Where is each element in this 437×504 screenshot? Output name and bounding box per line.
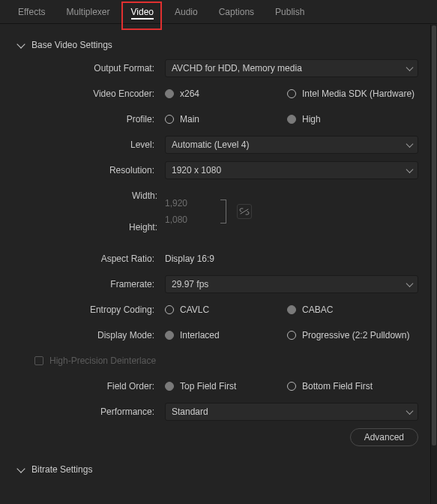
radio-icon bbox=[165, 115, 174, 124]
radio-icon bbox=[287, 115, 296, 124]
radio-icon bbox=[287, 89, 296, 98]
vertical-scrollbar[interactable] bbox=[431, 25, 437, 504]
tab-bar: Effects Multiplexer Video Audio Captions… bbox=[0, 0, 437, 24]
radio-entropy-cabac[interactable]: CABAC bbox=[287, 304, 333, 315]
scrollbar-thumb[interactable] bbox=[432, 26, 436, 446]
tab-publish[interactable]: Publish bbox=[265, 0, 315, 24]
radio-label: Interlaced bbox=[180, 330, 220, 340]
radio-label: Main bbox=[180, 114, 199, 124]
label-profile: Profile: bbox=[12, 114, 165, 124]
label-aspect-ratio: Aspect Ratio: bbox=[12, 254, 165, 264]
tab-multiplexer[interactable]: Multiplexer bbox=[55, 0, 120, 24]
select-value: AVCHD for HDD, Memory media bbox=[172, 63, 302, 74]
radio-field-bottom[interactable]: Bottom Field First bbox=[287, 381, 373, 392]
tab-effects[interactable]: Effects bbox=[7, 0, 55, 24]
label-level: Level: bbox=[12, 140, 165, 150]
radio-profile-main[interactable]: Main bbox=[165, 114, 281, 124]
tab-captions[interactable]: Captions bbox=[208, 0, 265, 24]
select-value: Automatic (Level 4) bbox=[172, 140, 249, 150]
label-resolution: Resolution: bbox=[12, 165, 165, 176]
radio-icon bbox=[165, 331, 174, 340]
radio-encoder-x264[interactable]: x264 bbox=[165, 88, 281, 99]
label-deinterlace: High-Precision Deinterlace bbox=[49, 356, 156, 366]
label-display-mode: Display Mode: bbox=[12, 330, 165, 340]
select-value: 29.97 fps bbox=[172, 279, 208, 290]
radio-label: x264 bbox=[180, 88, 199, 99]
chevron-down-icon bbox=[16, 40, 25, 48]
link-bracket-icon bbox=[220, 200, 226, 224]
link-dimensions-icon[interactable] bbox=[237, 204, 252, 219]
aspect-ratio-value: Display 16:9 bbox=[165, 254, 214, 264]
select-resolution[interactable]: 1920 x 1080 bbox=[165, 161, 418, 179]
radio-label: High bbox=[302, 114, 321, 124]
radio-label: Progressive (2:2 Pulldown) bbox=[302, 330, 409, 340]
radio-icon bbox=[165, 382, 174, 391]
label-output-format: Output Format: bbox=[12, 63, 165, 74]
advanced-button[interactable]: Advanced bbox=[350, 428, 418, 446]
section-title: Base Video Settings bbox=[31, 40, 112, 50]
radio-encoder-intel[interactable]: Intel Media SDK (Hardware) bbox=[287, 88, 415, 99]
radio-icon bbox=[287, 305, 296, 314]
tab-audio[interactable]: Audio bbox=[164, 0, 208, 24]
radio-icon bbox=[287, 382, 296, 391]
checkbox-deinterlace bbox=[34, 356, 43, 365]
radio-display-interlaced[interactable]: Interlaced bbox=[165, 330, 281, 340]
radio-label: Bottom Field First bbox=[302, 381, 373, 392]
select-value: 1920 x 1080 bbox=[172, 165, 221, 176]
radio-icon bbox=[287, 331, 296, 340]
select-output-format[interactable]: AVCHD for HDD, Memory media bbox=[165, 59, 418, 77]
input-width[interactable]: 1,920 bbox=[165, 198, 214, 208]
radio-label: CABAC bbox=[302, 304, 333, 315]
chevron-down-icon bbox=[16, 464, 25, 472]
radio-field-top[interactable]: Top Field First bbox=[165, 381, 281, 392]
input-height[interactable]: 1,080 bbox=[165, 214, 214, 225]
section-bitrate-settings[interactable]: Bitrate Settings bbox=[18, 460, 418, 475]
tab-video[interactable]: Video bbox=[121, 0, 164, 24]
label-entropy-coding: Entropy Coding: bbox=[12, 304, 165, 315]
section-title: Bitrate Settings bbox=[31, 464, 92, 475]
label-video-encoder: Video Encoder: bbox=[12, 88, 165, 99]
radio-label: Intel Media SDK (Hardware) bbox=[302, 88, 415, 99]
button-label: Advanced bbox=[364, 432, 404, 442]
select-value: Standard bbox=[172, 406, 208, 417]
settings-body: Base Video Settings Output Format: AVCHD… bbox=[0, 25, 431, 504]
radio-icon bbox=[165, 89, 174, 98]
radio-display-progressive[interactable]: Progressive (2:2 Pulldown) bbox=[287, 330, 409, 340]
label-framerate: Framerate: bbox=[12, 279, 165, 290]
radio-profile-high[interactable]: High bbox=[287, 114, 321, 124]
chain-broken-icon bbox=[239, 208, 250, 215]
radio-label: Top Field First bbox=[180, 381, 236, 392]
label-height: Height: bbox=[129, 222, 157, 232]
select-level[interactable]: Automatic (Level 4) bbox=[165, 136, 418, 154]
radio-icon bbox=[165, 305, 174, 314]
select-performance[interactable]: Standard bbox=[165, 403, 418, 421]
section-base-video-settings[interactable]: Base Video Settings bbox=[18, 35, 418, 59]
radio-label: CAVLC bbox=[180, 304, 209, 315]
label-width: Width: bbox=[132, 190, 157, 201]
select-framerate[interactable]: 29.97 fps bbox=[165, 275, 418, 293]
radio-entropy-cavlc[interactable]: CAVLC bbox=[165, 304, 281, 315]
label-field-order: Field Order: bbox=[12, 381, 165, 392]
label-performance: Performance: bbox=[12, 406, 165, 417]
